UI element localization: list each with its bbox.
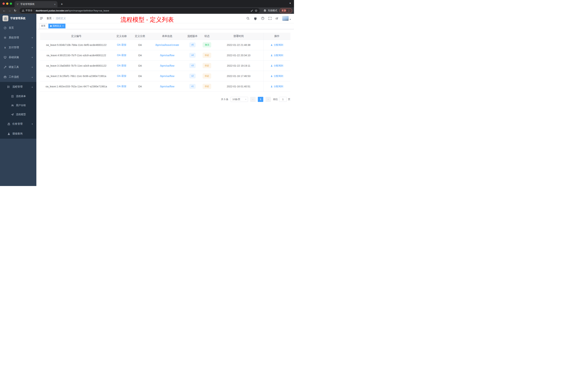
url-text[interactable]: dashboard.yudao.iocoder.cn/bpm/manager/d… [36, 9, 249, 12]
sidebar-item-system[interactable]: 系统管理 ▾ [0, 33, 36, 43]
incognito-label: 无痕模式 [268, 9, 277, 12]
url-path: /bpm/manager/definition?key=oa_leave [68, 9, 109, 12]
github-icon[interactable] [254, 17, 257, 20]
page-size-select[interactable]: 10条/页 ▾ [231, 97, 248, 102]
cell-category: OA [131, 40, 149, 50]
col-definition-name: 定义名称 [113, 33, 131, 40]
sidebar-logo[interactable]: 芋道管理系统 [0, 14, 36, 23]
definition-name-link[interactable]: OA 请假 [117, 54, 126, 57]
status-badge[interactable]: 挂起 [203, 84, 211, 89]
col-process-version: 流程版本 [185, 33, 200, 40]
page-size-value: 10条/页 [232, 98, 240, 101]
sidebar-item-label: 流程表单 [16, 95, 26, 98]
browser-tab[interactable]: 芋道管理系统 × [15, 1, 57, 7]
form-link[interactable]: /bpm/oa/flow [160, 85, 174, 88]
definition-name-link[interactable]: OA 请假 [117, 85, 126, 88]
sidebar-item-label: 任务管理 [12, 122, 22, 126]
assign-rule-link[interactable]: 分配规则 [271, 64, 283, 67]
bookmark-star-icon[interactable] [255, 9, 257, 12]
search-icon[interactable] [246, 17, 250, 20]
content: 定义编号 定义名称 定义分类 表单信息 流程版本 状态 部署时间 操作 oa_l [36, 29, 294, 186]
forward-button[interactable]: → [7, 8, 12, 13]
form-link[interactable]: /bpm/oa/flow [160, 75, 174, 77]
tag-close-icon[interactable]: × [62, 25, 64, 27]
col-deploy-time: 部署时间 [214, 33, 263, 40]
sidebar-item-label: 系统管理 [9, 36, 19, 39]
person-icon [271, 65, 273, 67]
prev-page-button[interactable]: ‹ [250, 97, 256, 102]
sidebar-item-workflow[interactable]: 工作流程 ▴ [0, 72, 36, 82]
tab-search-icon[interactable]: ▾ [289, 2, 291, 5]
sidebar-item-task-management[interactable]: 任务管理 ▾ [0, 119, 36, 129]
tag-process-definition[interactable]: 流程定义 × [48, 24, 65, 28]
sidebar-item-payment[interactable]: ¥ 支付管理 ▾ [0, 43, 36, 52]
user-avatar[interactable] [282, 16, 289, 21]
security-label: 不安全 [25, 9, 32, 12]
chevron-up-icon: ▴ [32, 86, 33, 88]
sidebar-item-label: 流程模型 [16, 113, 26, 116]
sidebar-item-label: 请假查询 [12, 132, 22, 135]
security-indicator[interactable]: 不安全 [22, 9, 32, 12]
definition-name-link[interactable]: OA 请假 [117, 75, 126, 77]
key-icon[interactable] [251, 9, 253, 12]
close-window-button[interactable] [2, 2, 5, 5]
cell-deploy-time: 2022-01-22 21:48:38 [214, 40, 263, 50]
document-icon [11, 95, 14, 98]
update-label: 更新 [282, 9, 286, 12]
sidebar-item-process-form[interactable]: 流程表单 [0, 92, 36, 101]
chevron-up-icon: ▴ [32, 76, 33, 78]
cell-definition-id: oa_leave:5:004b710b-7b8a-11ec-8ef0-acde4… [40, 40, 113, 50]
status-badge[interactable]: 挂起 [203, 74, 211, 78]
status-badge[interactable]: 激活 [203, 42, 211, 47]
assign-rule-link[interactable]: 分配规则 [271, 75, 283, 78]
form-link[interactable]: /bpm/oa/flow [160, 64, 174, 67]
browser-toolbar: ← → ↻ 不安全 dashboard.yudao.iocoder.cn/bpm… [0, 7, 294, 14]
reload-button[interactable]: ↻ [13, 8, 17, 13]
sidebar-item-infrastructure[interactable]: 基础设施 ▾ [0, 52, 36, 62]
status-badge[interactable]: 挂起 [203, 63, 211, 68]
table-row: oa_leave:3:1fad3d93-7b75-11ec-a3c8-acde4… [40, 60, 290, 71]
dashboard-icon [4, 26, 7, 29]
minimize-window-button[interactable] [6, 2, 8, 5]
cell-definition-id: oa_leave:1:482ec033-762a-11ec-8477-a2380… [40, 81, 113, 92]
sidebar-item-user-group[interactable]: 用户分组 [0, 101, 36, 110]
tag-home[interactable]: 首页 [39, 24, 47, 28]
status-badge[interactable]: 挂起 [203, 53, 211, 58]
incognito-icon [263, 9, 267, 12]
user-avatar-wrap[interactable]: ▾ [282, 16, 291, 21]
chevron-down-icon: ▾ [32, 46, 33, 49]
help-icon[interactable] [261, 17, 264, 20]
definition-name-link[interactable]: OA 请假 [117, 64, 126, 67]
version-tag: v1 [189, 84, 195, 89]
next-page-button[interactable]: › [265, 97, 271, 102]
maximize-window-button[interactable] [10, 2, 12, 5]
back-button[interactable]: ← [2, 8, 7, 13]
address-bar[interactable]: 不安全 dashboard.yudao.iocoder.cn/bpm/manag… [20, 8, 260, 13]
page-number-button[interactable]: 1 [258, 97, 263, 102]
sidebar-item-process-management[interactable]: 流程管理 ▴ [0, 82, 36, 92]
form-link[interactable]: /bpm/oa/leave/create [155, 44, 179, 46]
goto-page-input[interactable] [279, 97, 287, 102]
font-size-icon[interactable]: tT [276, 17, 278, 20]
form-link[interactable]: /bpm/oa/flow [160, 54, 174, 57]
cell-definition-id: oa_leave:3:1fad3d93-7b75-11ec-a3c8-acde4… [40, 60, 113, 71]
assign-rule-link[interactable]: 分配规则 [271, 43, 283, 47]
active-dot [50, 25, 52, 27]
sidebar-item-home[interactable]: 首页 [0, 23, 36, 33]
breadcrumb-home[interactable]: 首页 [47, 17, 52, 20]
fullscreen-icon[interactable] [268, 17, 272, 20]
assign-rule-link[interactable]: 分配规则 [271, 54, 283, 57]
person-icon [271, 75, 273, 77]
browser-update-menu[interactable]: 更新 ⋮ [279, 8, 292, 13]
col-definition-category: 定义分类 [131, 33, 149, 40]
assign-rule-link[interactable]: 分配规则 [271, 85, 283, 88]
sidebar-item-devtools[interactable]: 研发工具 ▾ [0, 62, 36, 72]
sidebar-item-process-model[interactable]: 流程模型 [0, 110, 36, 119]
table-row: oa_leave:2:3c1f0ef1-76b1-11ec-9c66-a2380… [40, 71, 290, 81]
definition-name-link[interactable]: OA 请假 [117, 43, 126, 46]
new-tab-button[interactable]: + [59, 2, 64, 7]
cell-category: OA [131, 71, 149, 81]
tab-close-icon[interactable]: × [54, 3, 56, 6]
hamburger-icon[interactable] [40, 17, 43, 20]
sidebar-item-leave-query[interactable]: 请假查询 [0, 129, 36, 139]
